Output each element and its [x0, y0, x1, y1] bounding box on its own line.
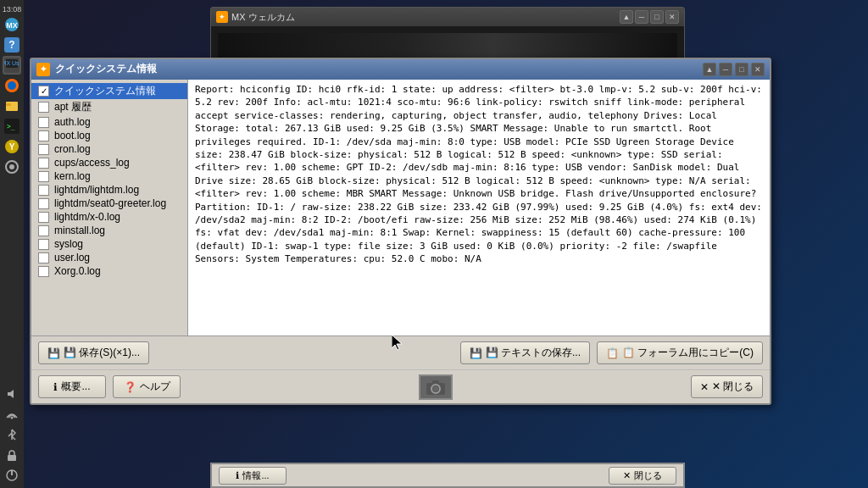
welcome-help-btn[interactable]: ▲	[620, 10, 633, 24]
background-window-buttons: ℹ 情報... ✕ 閉じる	[210, 463, 685, 488]
file-item-kern-log[interactable]: kern.log	[31, 169, 187, 183]
svg-text:?: ?	[8, 39, 14, 51]
about-button[interactable]: ℹ 概要...	[38, 375, 106, 398]
file-label-minstall: minstall.log	[54, 225, 105, 236]
lock-icon[interactable]	[3, 446, 21, 464]
bg-info-label: 情報...	[242, 469, 269, 482]
file-checkbox-lightdm-log[interactable]	[38, 185, 49, 196]
about-icon: ℹ	[53, 381, 58, 393]
close-button[interactable]: ✕ ✕ 閉じる	[691, 375, 763, 398]
yellow-icon[interactable]: Y	[3, 137, 21, 156]
mx-icon[interactable]: MX	[3, 15, 21, 34]
svg-rect-25	[432, 380, 439, 384]
file-item-apt-history[interactable]: apt 履歴	[31, 99, 187, 115]
file-item-cron-log[interactable]: cron.log	[31, 142, 187, 156]
copy-icon: 📋	[606, 347, 619, 359]
help-button[interactable]: ❓ ヘルプ	[113, 375, 181, 398]
help-icon: ❓	[124, 381, 136, 393]
file-checkbox-auth-log[interactable]	[38, 117, 49, 128]
power-icon[interactable]	[3, 466, 21, 485]
file-label-user-log: user.log	[54, 252, 90, 263]
file-item-syslog[interactable]: syslog	[31, 237, 187, 251]
file-checkbox-boot-log[interactable]	[38, 130, 49, 141]
file-item-quick-system[interactable]: クイックシステム情報	[31, 83, 187, 99]
copy-forum-button[interactable]: 📋 📋 フォーラム用にコピー(C)	[597, 341, 763, 364]
file-label-auth-log: auth.log	[54, 116, 91, 128]
file-item-cups-access[interactable]: cups/access_log	[31, 156, 187, 169]
sysinfo-file-list[interactable]: クイックシステム情報 apt 履歴 auth.log boot.log cron…	[31, 80, 188, 336]
bg-info-button[interactable]: ℹ 情報...	[219, 467, 287, 485]
svg-text:Y: Y	[9, 142, 15, 152]
bg-close-button[interactable]: ✕ 閉じる	[609, 467, 676, 485]
files-icon[interactable]	[3, 97, 21, 115]
sysinfo-window-title: クイックシステム情報	[55, 62, 157, 76]
terminal-icon[interactable]: >_	[3, 117, 21, 136]
file-checkbox-lightdm-greeter[interactable]	[38, 198, 49, 209]
help-label: ヘルプ	[140, 380, 170, 394]
save-text-icon: 💾	[470, 347, 482, 359]
sysinfo-help-btn[interactable]: ▲	[703, 63, 716, 76]
settings-icon[interactable]	[3, 158, 21, 176]
file-checkbox-quick-system[interactable]	[38, 86, 49, 97]
help-icon[interactable]: ?	[3, 36, 21, 54]
taskbar-left: 13:08 MX ? MX Us.. >_ Y	[0, 0, 24, 488]
file-item-user-log[interactable]: user.log	[31, 251, 187, 264]
file-checkbox-cron-log[interactable]	[38, 144, 49, 155]
file-checkbox-xorg-log[interactable]	[38, 266, 49, 277]
file-item-minstall[interactable]: minstall.log	[31, 224, 187, 237]
sysinfo-window-icon: ✦	[36, 63, 50, 76]
file-checkbox-kern-log[interactable]	[38, 171, 49, 182]
firefox-icon[interactable]	[3, 76, 21, 95]
svg-text:MX: MX	[6, 21, 18, 30]
welcome-maximize-btn[interactable]: □	[650, 10, 664, 24]
file-label-lightdm-x0: lightdm/x-0.log	[54, 211, 120, 223]
file-item-boot-log[interactable]: boot.log	[31, 129, 187, 142]
file-checkbox-lightdm-x0[interactable]	[38, 212, 49, 223]
camera-icon	[419, 374, 453, 400]
file-label-apt-history: apt 履歴	[54, 100, 92, 114]
save-text-button[interactable]: 💾 💾 テキストの保存...	[460, 341, 590, 364]
file-label-kern-log: kern.log	[54, 170, 91, 182]
file-checkbox-user-log[interactable]	[38, 252, 49, 263]
file-item-auth-log[interactable]: auth.log	[31, 115, 187, 129]
volume-icon[interactable]	[3, 385, 21, 403]
svg-point-8	[8, 81, 16, 90]
welcome-titlebar[interactable]: ✦ MX ウェルカム ▲ ─ □ ✕	[211, 8, 684, 26]
file-item-lightdm-log[interactable]: lightdm/lightdm.log	[31, 183, 187, 197]
svg-marker-17	[8, 390, 14, 398]
sysinfo-close-btn[interactable]: ✕	[751, 63, 765, 76]
sysinfo-titlebar[interactable]: ✦ クイックシステム情報 ▲ ─ □ ✕	[31, 59, 770, 80]
copy-forum-label: 📋 フォーラム用にコピー(C)	[622, 346, 754, 360]
save-label: 💾 保存(S)(×1)...	[64, 346, 140, 360]
file-label-lightdm-log: lightdm/lightdm.log	[54, 184, 139, 196]
close-label: ✕ 閉じる	[712, 380, 754, 394]
svg-text:MX Us..: MX Us..	[4, 60, 19, 66]
file-item-lightdm-x0[interactable]: lightdm/x-0.log	[31, 210, 187, 224]
file-label-cups-access: cups/access_log	[54, 157, 130, 169]
file-checkbox-syslog[interactable]	[38, 239, 49, 250]
bluetooth-icon[interactable]	[3, 425, 21, 444]
sysinfo-content[interactable]: Report: hciconfig ID: hci0 rfk-id: 1 sta…	[188, 80, 770, 336]
file-item-lightdm-greeter[interactable]: lightdm/seat0-greeter.log	[31, 197, 187, 210]
bg-close-label: 閉じる	[634, 469, 662, 482]
sysinfo-minimize-btn[interactable]: ─	[719, 63, 732, 76]
welcome-close-btn[interactable]: ✕	[665, 10, 679, 24]
svg-rect-9	[6, 102, 18, 111]
svg-point-18	[11, 417, 14, 419]
file-item-xorg-log[interactable]: Xorg.0.log	[31, 264, 187, 278]
save-button[interactable]: 💾 💾 保存(S)(×1)...	[38, 341, 149, 364]
file-checkbox-cups-access[interactable]	[38, 158, 49, 169]
taskbar-app-icon[interactable]: MX Us..	[3, 56, 21, 75]
welcome-titlebar-buttons: ▲ ─ □ ✕	[620, 10, 679, 24]
file-label-lightdm-greeter: lightdm/seat0-greeter.log	[54, 197, 166, 209]
desktop: 13:08 MX ? MX Us.. >_ Y	[0, 0, 868, 488]
sysinfo-title-area: ✦ クイックシステム情報	[36, 62, 157, 76]
welcome-minimize-btn[interactable]: ─	[635, 10, 648, 24]
svg-rect-10	[6, 103, 11, 106]
network-icon[interactable]	[3, 405, 21, 424]
file-checkbox-minstall[interactable]	[38, 225, 49, 236]
file-checkbox-apt-history[interactable]	[38, 102, 49, 113]
svg-point-16	[9, 164, 14, 169]
sysinfo-maximize-btn[interactable]: □	[735, 63, 748, 76]
about-label: 概要...	[61, 380, 90, 394]
